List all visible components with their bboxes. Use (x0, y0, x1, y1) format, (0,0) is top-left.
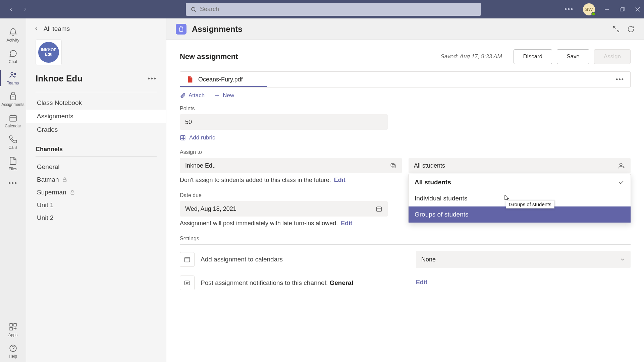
team-title: Inknoe Edu (36, 73, 83, 84)
saved-timestamp: Saved: Aug 17, 9:33 AM (441, 53, 502, 60)
edit-post-timing-link[interactable]: Edit (341, 220, 352, 227)
rail-help[interactable]: Help (0, 341, 26, 362)
search-box[interactable] (186, 3, 481, 16)
nav-back-icon[interactable] (8, 6, 14, 12)
chat-icon (9, 49, 17, 58)
apps-icon (9, 322, 17, 331)
window-close-icon[interactable] (635, 7, 640, 12)
calendar-icon (9, 114, 17, 122)
sidebar-link-notebook[interactable]: Class Notebook (36, 96, 157, 110)
settings-divider (180, 244, 631, 245)
svg-line-23 (613, 26, 615, 28)
svg-point-7 (14, 73, 16, 75)
channel-batman[interactable]: Batman (36, 173, 157, 186)
svg-point-6 (11, 72, 13, 75)
file-icon (9, 157, 17, 165)
refresh-icon[interactable] (627, 25, 635, 33)
dropdown-option-all[interactable]: All students (409, 174, 631, 190)
sidebar-link-grades[interactable]: Grades (36, 123, 157, 136)
main-header: Assignments (166, 18, 644, 40)
channel-setting-text: Post assignment notifications to this ch… (201, 279, 353, 287)
new-label: New (223, 92, 234, 99)
date-due-value: Wed, Aug 18, 2021 (185, 205, 236, 213)
channel-label: Superman (37, 189, 66, 196)
rail-calendar[interactable]: Calendar (0, 110, 26, 132)
back-label: All teams (44, 25, 70, 33)
svg-rect-33 (391, 163, 394, 167)
attach-button[interactable]: Attach (180, 92, 205, 99)
save-button[interactable]: Save (557, 49, 589, 64)
rail-calls[interactable]: Calls (0, 132, 26, 153)
calendar-select[interactable]: None (416, 251, 631, 268)
expand-icon[interactable] (612, 25, 620, 33)
calendar-setting-text: Add assignment to calendars (201, 256, 283, 263)
team-more-icon[interactable]: ••• (148, 75, 157, 82)
titlebar-more-icon[interactable]: ••• (565, 5, 574, 13)
hint-text: Don't assign to students added to this c… (180, 177, 331, 183)
date-due-input[interactable]: Wed, Aug 18, 2021 (180, 201, 388, 217)
rail-apps[interactable]: Apps (0, 319, 26, 341)
channel-general[interactable]: General (36, 161, 157, 173)
dropdown-option-groups[interactable]: Groups of students (409, 206, 631, 223)
calendar-icon (376, 205, 382, 212)
hint-text: Assignment will post immediately with la… (180, 220, 338, 227)
rail-label: Assignments (1, 102, 24, 107)
svg-rect-37 (377, 207, 382, 211)
tooltip: Groups of students (506, 200, 554, 208)
add-rubric-button[interactable]: Add rubric (180, 134, 631, 141)
channel-unit-2[interactable]: Unit 2 (36, 212, 157, 224)
main-pane: Assignments New assignment Saved: Aug 17… (166, 18, 644, 362)
assign-button: Assign (594, 49, 631, 64)
rail-label: Chat (9, 59, 17, 64)
rail-assignments[interactable]: Assignments (0, 89, 26, 110)
team-logo[interactable]: INKИOEEdu (36, 39, 62, 65)
edit-future-link[interactable]: Edit (334, 177, 345, 183)
rail-activity[interactable]: Activity (0, 24, 26, 46)
sidebar-divider (36, 156, 157, 157)
rail-label: Teams (7, 81, 19, 85)
channel-setting-icon (180, 276, 195, 290)
channel-unit-1[interactable]: Unit 1 (36, 199, 157, 212)
rail-teams[interactable]: Teams (0, 67, 26, 89)
option-label: Groups of students (415, 211, 469, 218)
assignments-app-icon (176, 24, 186, 35)
svg-rect-32 (392, 165, 395, 168)
rail-chat[interactable]: Chat (0, 46, 26, 67)
lock-icon (70, 190, 75, 195)
search-input[interactable] (200, 6, 476, 13)
students-select[interactable]: All students All students Individual stu… (409, 158, 631, 173)
window-maximize-icon[interactable] (620, 7, 625, 12)
channel-label: Batman (37, 176, 59, 183)
option-label: All students (415, 179, 451, 186)
points-input[interactable] (180, 114, 388, 130)
rail-more-icon[interactable]: ••• (8, 175, 17, 192)
user-avatar[interactable]: SW (583, 3, 595, 15)
page-title: New assignment (180, 52, 238, 61)
rail-files[interactable]: Files (0, 153, 26, 175)
channel-superman[interactable]: Superman (36, 186, 157, 199)
discard-button[interactable]: Discard (514, 49, 552, 64)
lock-icon (62, 177, 67, 182)
bell-icon (9, 28, 17, 37)
chevron-down-icon (620, 257, 625, 262)
paperclip-icon (180, 93, 186, 99)
svg-rect-8 (10, 95, 15, 100)
teams-icon (9, 71, 17, 79)
edit-notify-channel-link[interactable]: Edit (416, 274, 631, 286)
copy-icon (390, 162, 396, 169)
attachment-card[interactable]: Oceans-Fury.pdf ••• (180, 71, 631, 87)
class-select[interactable]: Inknoe Edu (180, 158, 402, 173)
points-label: Points (180, 106, 631, 112)
students-dropdown: All students Individual students Groups … (408, 174, 631, 223)
sidebar-divider (36, 92, 157, 92)
sidebar-link-assignments[interactable]: Assignments (26, 110, 166, 123)
attachment-more-icon[interactable]: ••• (616, 76, 624, 83)
new-button[interactable]: New (214, 92, 234, 99)
back-to-teams[interactable]: All teams (34, 25, 157, 33)
svg-point-34 (620, 163, 622, 166)
option-label: Individual students (415, 195, 467, 202)
phone-icon (9, 135, 17, 144)
nav-forward-icon[interactable] (22, 6, 28, 12)
presence-indicator (591, 12, 596, 16)
window-minimize-icon[interactable] (604, 7, 609, 12)
